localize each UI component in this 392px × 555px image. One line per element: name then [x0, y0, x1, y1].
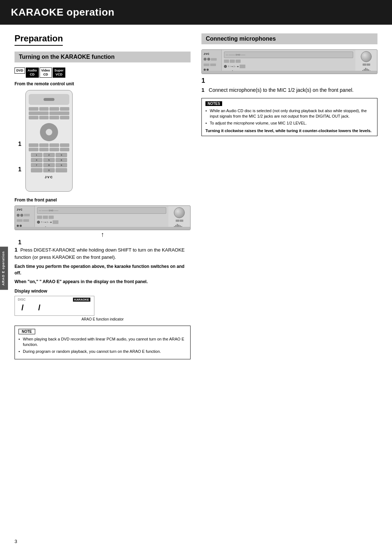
right-column: Connecting microphones JVC: [201, 33, 377, 363]
step1-front-arrow: ↑: [15, 231, 191, 238]
mic-pi-display-text: — ——— DVD ——: [226, 54, 245, 56]
mic-step1-text: 1 Connect microphone(s) to the MIC 1/2 j…: [201, 86, 377, 94]
mic-pi-rect2: [204, 64, 209, 66]
mic-pi-rect1: [211, 58, 217, 61]
step1-text: 1 Press DIGEST-KARAOKE while holding dow…: [15, 246, 191, 261]
mic-pi-mid-row3: T: / ● 2:-- ■: [224, 65, 353, 68]
side-tab: ARAO E operation: [0, 247, 8, 290]
format-badges: DVD AudioCD VideoCD SuperVCD: [15, 68, 191, 78]
pi-small-btn3: [49, 216, 54, 219]
display-karaoke-badge: KARAOKE: [73, 298, 90, 302]
pi-button-row: [176, 220, 183, 222]
display-slash1: /: [21, 303, 24, 313]
front-panel-illustration: JVC: [15, 205, 191, 230]
note-box: NOTE When playing back a DVD recorded wi…: [15, 326, 191, 359]
mic-pi-row1: [204, 58, 220, 61]
mic-pi-small-btn1: [224, 60, 229, 63]
mic-pi-mid: — ——— DVD —— T: / ● 2:-- ■ ——— ●: [222, 50, 355, 74]
mic-pi-row2: [204, 64, 220, 66]
step-number: 1: [15, 246, 17, 253]
page-container: ARAO E operation KARAOKE operation Prepa…: [0, 0, 392, 555]
mic-pi-dot1: [204, 58, 207, 61]
preparation-section-title: Preparation: [15, 33, 63, 46]
pi-small-btn1: [37, 216, 42, 219]
mic-pi-circle: [224, 65, 227, 68]
pi-brand-text: JVC: [17, 208, 33, 211]
remote-nav-circle: [40, 123, 58, 141]
remote-top-sensor: [29, 94, 69, 105]
pi-row1: [17, 214, 33, 217]
mic-pi-time-text: T: / ● 2:-- ■: [228, 65, 238, 68]
pi-rect3: [23, 219, 29, 222]
mic-pi-btn2: [367, 64, 370, 66]
pi-display-area: — ——— DVD ——: [37, 207, 166, 214]
display-window: DISC KARAOKE / /: [15, 296, 94, 316]
pi-btn-group1: [37, 216, 166, 219]
mic-step1-badge: 1: [201, 77, 377, 85]
pi-right: [168, 206, 190, 230]
subsection-heading: Turning on the KARAOKE function: [15, 52, 191, 62]
mic-step1-number: 1: [201, 87, 204, 93]
pi-rect1: [24, 214, 30, 216]
mic-step1-instruction: Connect microphone(s) to the MIC 1/2 jac…: [209, 87, 354, 93]
bold-note2: When "on," " ARAO E" appears in the disp…: [15, 278, 191, 285]
note-title: NOTE: [19, 329, 35, 334]
step1-remote-label2: 1: [18, 166, 21, 173]
pi-bottom-bar: [15, 227, 190, 230]
display-slash2: /: [38, 303, 40, 313]
remote-numpad: 1 2 3 4 5 6 7 8 9 0: [31, 153, 68, 172]
step-instruction: 1 Press DIGEST-KARAOKE while holding dow…: [15, 246, 191, 285]
from-remote-label: From the remote control unit: [15, 81, 191, 86]
remote-brand: JVC: [45, 175, 53, 179]
note-item-2: During program or random playback, you c…: [19, 349, 187, 354]
notes-item-2: To adjust the microphone volume, use MIC…: [205, 121, 373, 126]
pi-mid-row3: T: / ● 2:-- ■: [37, 220, 166, 224]
mic-pi-dot2: [207, 58, 210, 61]
pi-row2: [17, 219, 33, 222]
mic-pi-right: [355, 50, 377, 74]
notes-box: NOTES While an Audio CD disc is selected…: [201, 98, 377, 136]
pi-mid: — ——— DVD —— T: / ● 2:-- ■ ——— ●: [35, 206, 168, 230]
display-disc-label: DISC: [18, 298, 26, 301]
mic-pi-brand: JVC: [204, 53, 220, 55]
display-window-label: Display window: [15, 289, 191, 294]
badge-super: SuperVCD: [53, 68, 66, 78]
main-content: Preparation Turning on the KARAOKE funct…: [15, 33, 377, 363]
mic-panel-illustration: JVC: [201, 49, 377, 74]
from-front-label: From the front panel: [15, 197, 191, 203]
pi-dot1: [17, 214, 20, 217]
notes-title: NOTES: [205, 101, 222, 106]
pi-time-text: T: / ● 2:-- ■: [41, 221, 52, 223]
mic-pi-small-btn2: [230, 60, 235, 63]
mic-pi-display-rect: [240, 65, 245, 68]
mic-pi-btn1: [363, 64, 366, 66]
display-indicator-label: ARAO E function indicator: [15, 317, 191, 321]
remote-buttons-top: [29, 107, 69, 119]
pi-btn-r1: [176, 220, 179, 222]
note-list: When playing back a DVD recorded with li…: [19, 336, 187, 355]
mic-pi-button-row: [363, 64, 370, 66]
pi-volume-knob: [174, 207, 185, 218]
mic-pi-left: JVC: [202, 50, 222, 74]
page-number: 3: [15, 539, 17, 544]
notes-list: While an Audio CD disc is selected (not …: [205, 108, 373, 126]
mic-pi-bottom-bar: [202, 71, 377, 74]
pi-dot2: [20, 214, 23, 217]
mic-pi-small-btn3: [236, 60, 241, 63]
pi-left: JVC: [15, 206, 35, 230]
left-column: Preparation Turning on the KARAOKE funct…: [15, 33, 191, 363]
mic-pi-display: — ——— DVD ——: [224, 52, 353, 58]
pi-display-text: — ——— DVD ——: [39, 209, 58, 212]
remote-buttons-mid: [29, 143, 69, 151]
pi-circle-ctrl: [37, 221, 40, 224]
page-title: KARAOKE operation: [11, 7, 114, 18]
remote-nav-center: [46, 129, 52, 135]
pi-rect2: [17, 219, 23, 222]
mic-pi-btn-group: [224, 60, 353, 63]
bold-note1: Each time you perform the operation abov…: [15, 263, 191, 276]
step1-front-label: 1: [18, 239, 191, 246]
remote-section: 1 2 3 4 5 6 7 8 9 0 JVC: [15, 90, 191, 192]
notes-item-1: While an Audio CD disc is selected (not …: [205, 108, 373, 119]
pi-btn-r2: [180, 220, 183, 222]
notes-bold-note: Turning it clockwise raises the level, w…: [205, 128, 373, 133]
